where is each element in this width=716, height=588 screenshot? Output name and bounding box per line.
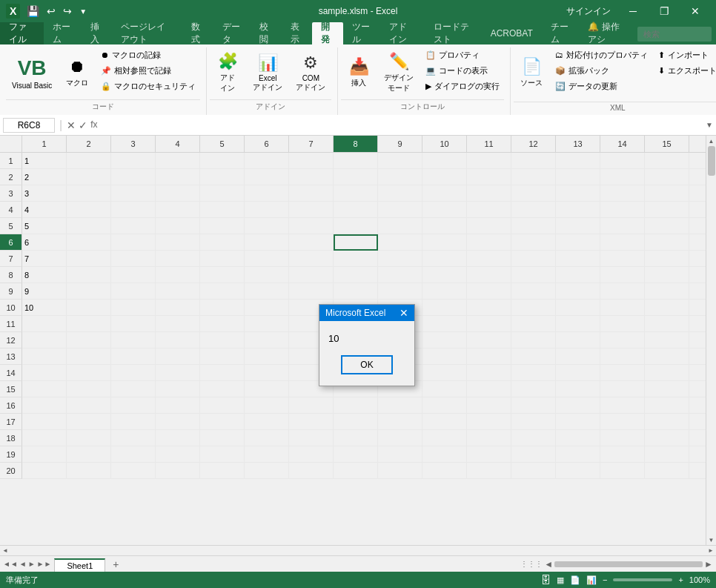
cell-r10c2[interactable] (67, 300, 111, 316)
corner-cell[interactable] (0, 136, 22, 152)
cell-r13c10[interactable] (422, 348, 467, 365)
confirm-formula-icon[interactable]: ✓ (79, 119, 87, 131)
record-macro-btn[interactable]: ⏺ マクロの記録 (96, 47, 200, 62)
zoom-slider[interactable] (613, 578, 672, 581)
tab-data[interactable]: データ (213, 22, 251, 44)
cell-r8c14[interactable] (600, 267, 645, 283)
cell-r5c10[interactable] (422, 218, 467, 234)
cell-r9c2[interactable] (67, 283, 111, 300)
cell-r8c13[interactable] (556, 267, 600, 283)
cell-r9c5[interactable] (200, 283, 245, 300)
cell-r6c14[interactable] (600, 234, 645, 251)
cell-r2c8[interactable] (334, 169, 378, 185)
ribbon-search-input[interactable] (637, 27, 712, 42)
formula-input[interactable] (101, 120, 703, 131)
cell-r18c4[interactable] (156, 430, 200, 446)
cell-r1c3[interactable] (111, 153, 156, 169)
cell-r12c10[interactable] (422, 332, 467, 348)
cell-r2c3[interactable] (111, 169, 156, 185)
col-header-14[interactable]: 14 (600, 136, 645, 152)
cell-r18c14[interactable] (600, 430, 645, 446)
sheet-nav-first[interactable]: ◄◄ (3, 560, 18, 568)
cell-r16c7[interactable] (289, 397, 334, 414)
cell-r16c16[interactable] (689, 397, 706, 414)
cell-r12c15[interactable] (645, 332, 689, 348)
design-mode-btn[interactable]: ✏️ デザインモード (378, 47, 420, 98)
cell-r5c13[interactable] (556, 218, 600, 234)
scroll-thumb-v[interactable] (708, 146, 715, 176)
cell-r15c4[interactable] (156, 381, 200, 397)
cell-r11c15[interactable] (645, 316, 689, 332)
row-header-16[interactable]: 16 (0, 397, 22, 414)
cell-r19c13[interactable] (556, 446, 600, 463)
cell-r8c11[interactable] (467, 267, 511, 283)
cell-r1c5[interactable] (200, 153, 245, 169)
cell-r12c5[interactable] (200, 332, 245, 348)
cell-r17c9[interactable] (378, 414, 422, 430)
cell-r20c16[interactable] (689, 463, 706, 479)
cell-r14c2[interactable] (67, 365, 111, 381)
cell-r20c1[interactable] (22, 463, 67, 479)
cell-r4c6[interactable] (245, 202, 289, 218)
scroll-track-v[interactable] (706, 146, 716, 535)
visual-basic-btn[interactable]: VB Visual Basic (6, 47, 58, 98)
cell-r1c7[interactable] (289, 153, 334, 169)
cell-r13c12[interactable] (511, 348, 556, 365)
row-header-17[interactable]: 17 (0, 414, 22, 430)
cell-r9c16[interactable] (689, 283, 706, 300)
cell-r11c14[interactable] (600, 316, 645, 332)
row-header-19[interactable]: 19 (0, 446, 22, 463)
cell-r20c14[interactable] (600, 463, 645, 479)
ribbon-collapse-btn[interactable]: ▲ (710, 47, 716, 61)
cell-r2c1[interactable]: 2 (22, 169, 67, 185)
cell-r11c5[interactable] (200, 316, 245, 332)
excel-addin-btn[interactable]: 📊 Excelアドイン (247, 47, 288, 98)
cell-r5c6[interactable] (245, 218, 289, 234)
cell-r13c3[interactable] (111, 348, 156, 365)
cell-r18c10[interactable] (422, 430, 467, 446)
cell-r20c10[interactable] (422, 463, 467, 479)
cell-r17c11[interactable] (467, 414, 511, 430)
cell-r18c2[interactable] (67, 430, 111, 446)
cell-r12c11[interactable] (467, 332, 511, 348)
cell-r9c9[interactable] (378, 283, 422, 300)
col-header-13[interactable]: 13 (556, 136, 600, 152)
cell-r1c1[interactable]: 1 (22, 153, 67, 169)
row-header-1[interactable]: 1 (0, 153, 22, 169)
cell-r17c7[interactable] (289, 414, 334, 430)
cell-r11c13[interactable] (556, 316, 600, 332)
cell-r10c14[interactable] (600, 300, 645, 316)
sheet-tab-sheet1[interactable]: Sheet1 (54, 558, 105, 572)
cell-r5c1[interactable]: 5 (22, 218, 67, 234)
scroll-down-btn[interactable]: ▼ (706, 535, 717, 545)
cell-r8c9[interactable] (378, 267, 422, 283)
cell-r16c5[interactable] (200, 397, 245, 414)
cell-r6c15[interactable] (645, 234, 689, 251)
cell-r10c16[interactable] (689, 300, 706, 316)
cell-r15c16[interactable] (689, 381, 706, 397)
cell-r9c1[interactable]: 9 (22, 283, 67, 300)
cell-r12c3[interactable] (111, 332, 156, 348)
cell-r1c13[interactable] (556, 153, 600, 169)
relative-ref-btn[interactable]: 📌 相対参照で記録 (96, 63, 200, 78)
cell-r16c1[interactable] (22, 397, 67, 414)
cell-r15c11[interactable] (467, 381, 511, 397)
row-header-12[interactable]: 12 (0, 332, 22, 348)
tab-loadtest[interactable]: ロードテスト (425, 22, 482, 44)
cell-r2c7[interactable] (289, 169, 334, 185)
cell-r12c4[interactable] (156, 332, 200, 348)
cell-r11c10[interactable] (422, 316, 467, 332)
cell-r20c4[interactable] (156, 463, 200, 479)
cell-r20c12[interactable] (511, 463, 556, 479)
cell-r8c16[interactable] (689, 267, 706, 283)
signin-btn[interactable]: サインイン (566, 5, 611, 18)
undo-qat-btn[interactable]: ↩ (44, 4, 58, 19)
expansion-pack-btn[interactable]: 📦 拡張パック (551, 63, 652, 78)
cell-r9c15[interactable] (645, 283, 689, 300)
cell-r8c6[interactable] (245, 267, 289, 283)
cell-r4c4[interactable] (156, 202, 200, 218)
cell-r2c13[interactable] (556, 169, 600, 185)
zoom-in-btn[interactable]: + (678, 575, 683, 584)
cell-r7c13[interactable] (556, 251, 600, 267)
redo-qat-btn[interactable]: ↪ (61, 4, 74, 19)
